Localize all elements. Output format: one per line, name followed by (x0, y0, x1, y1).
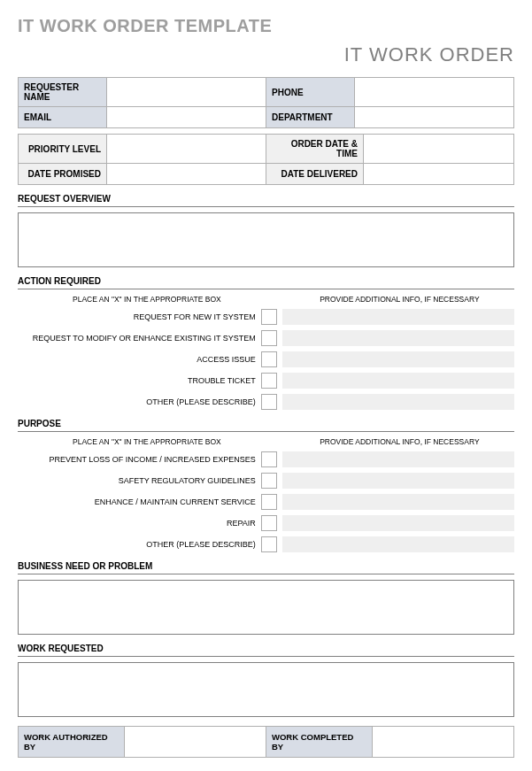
work-authorized-by-input[interactable] (125, 727, 266, 758)
checklist-header-left: PLACE AN "X" IN THE APPROPRIATE BOX (18, 437, 276, 446)
main-title: IT WORK ORDER TEMPLATE (18, 16, 514, 36)
action-item-label: TROUBLE TICKET (18, 376, 261, 385)
action-item-row: ACCESS ISSUE (18, 351, 514, 367)
checklist-header-right: PROVIDE ADDITIONAL INFO, IF NECESSARY (276, 437, 514, 446)
email-input[interactable] (107, 107, 266, 128)
request-overview-input[interactable] (18, 212, 514, 267)
action-item-label: REQUEST FOR NEW IT SYSTEM (18, 312, 261, 321)
purpose-item-checkbox[interactable] (261, 451, 277, 467)
email-label: EMAIL (19, 107, 107, 128)
purpose-item-info-input[interactable] (282, 451, 514, 467)
order-info-table: PRIORITY LEVEL ORDER DATE & TIME DATE PR… (18, 134, 514, 185)
priority-level-input[interactable] (107, 135, 266, 164)
requester-name-label: REQUESTER NAME (19, 78, 107, 107)
action-item-checkbox[interactable] (261, 309, 277, 325)
priority-level-label: PRIORITY LEVEL (19, 135, 107, 164)
date-delivered-input[interactable] (364, 164, 514, 185)
purpose-title: PURPOSE (18, 419, 514, 428)
action-item-checkbox[interactable] (261, 373, 277, 389)
purpose-item-checkbox[interactable] (261, 515, 277, 531)
department-label: DEPARTMENT (266, 107, 355, 128)
action-item-label: ACCESS ISSUE (18, 355, 261, 364)
purpose-item-row: REPAIR (18, 515, 514, 531)
purpose-item-row: ENHANCE / MAINTAIN CURRENT SERVICE (18, 494, 514, 510)
purpose-item-checkbox[interactable] (261, 536, 277, 552)
requester-name-input[interactable] (107, 78, 266, 107)
purpose-item-info-input[interactable] (282, 473, 514, 489)
purpose-item-checkbox[interactable] (261, 473, 277, 489)
work-requested-title: WORK REQUESTED (18, 644, 514, 653)
action-item-row: REQUEST TO MODIFY OR ENHANCE EXISTING IT… (18, 330, 514, 346)
date-promised-input[interactable] (107, 164, 266, 185)
business-need-input[interactable] (18, 580, 514, 635)
checklist-header-left: PLACE AN "X" IN THE APPROPRIATE BOX (18, 295, 276, 304)
purpose-item-label: SAFETY REGULATORY GUIDELINES (18, 476, 261, 485)
date-promised-label: DATE PROMISED (19, 164, 107, 185)
order-date-time-input[interactable] (364, 135, 514, 164)
purpose-item-info-input[interactable] (282, 536, 514, 552)
action-item-info-input[interactable] (282, 373, 514, 389)
action-item-row: OTHER (PLEASE DESCRIBE) (18, 394, 514, 410)
date-delivered-label: DATE DELIVERED (266, 164, 364, 185)
signature-table: WORK AUTHORIZED BY WORK COMPLETED BY (18, 726, 514, 758)
purpose-item-label: OTHER (PLEASE DESCRIBE) (18, 540, 261, 549)
action-item-info-input[interactable] (282, 394, 514, 410)
action-item-label: OTHER (PLEASE DESCRIBE) (18, 397, 261, 406)
action-item-checkbox[interactable] (261, 394, 277, 410)
action-item-checkbox[interactable] (261, 351, 277, 367)
purpose-item-label: PREVENT LOSS OF INCOME / INCREASED EXPEN… (18, 455, 261, 464)
action-item-info-input[interactable] (282, 330, 514, 346)
purpose-item-label: REPAIR (18, 519, 261, 528)
business-need-title: BUSINESS NEED OR PROBLEM (18, 561, 514, 571)
purpose-item-row: OTHER (PLEASE DESCRIBE) (18, 536, 514, 552)
checklist-header-right: PROVIDE ADDITIONAL INFO, IF NECESSARY (276, 295, 514, 304)
purpose-item-row: SAFETY REGULATORY GUIDELINES (18, 473, 514, 489)
action-required-checklist: PLACE AN "X" IN THE APPROPRIATE BOX PROV… (18, 295, 514, 410)
action-item-checkbox[interactable] (261, 330, 277, 346)
action-item-info-input[interactable] (282, 351, 514, 367)
action-item-row: REQUEST FOR NEW IT SYSTEM (18, 309, 514, 325)
requester-info-table: REQUESTER NAME PHONE EMAIL DEPARTMENT (18, 77, 514, 128)
request-overview-title: REQUEST OVERVIEW (18, 194, 514, 204)
purpose-item-checkbox[interactable] (261, 494, 277, 510)
department-input[interactable] (355, 107, 514, 128)
purpose-item-info-input[interactable] (282, 494, 514, 510)
phone-input[interactable] (355, 78, 514, 107)
purpose-item-label: ENHANCE / MAINTAIN CURRENT SERVICE (18, 497, 261, 506)
purpose-checklist: PLACE AN "X" IN THE APPROPRIATE BOX PROV… (18, 437, 514, 552)
action-item-info-input[interactable] (282, 309, 514, 325)
document-title: IT WORK ORDER (18, 43, 514, 66)
purpose-item-info-input[interactable] (282, 515, 514, 531)
action-item-label: REQUEST TO MODIFY OR ENHANCE EXISTING IT… (18, 334, 261, 343)
work-completed-by-label: WORK COMPLETED BY (266, 727, 373, 758)
work-authorized-by-label: WORK AUTHORIZED BY (19, 727, 125, 758)
phone-label: PHONE (266, 78, 355, 107)
work-requested-input[interactable] (18, 662, 514, 717)
action-item-row: TROUBLE TICKET (18, 373, 514, 389)
purpose-item-row: PREVENT LOSS OF INCOME / INCREASED EXPEN… (18, 451, 514, 467)
action-required-title: ACTION REQUIRED (18, 276, 514, 286)
work-completed-by-input[interactable] (373, 727, 514, 758)
order-date-time-label: ORDER DATE & TIME (266, 135, 364, 164)
